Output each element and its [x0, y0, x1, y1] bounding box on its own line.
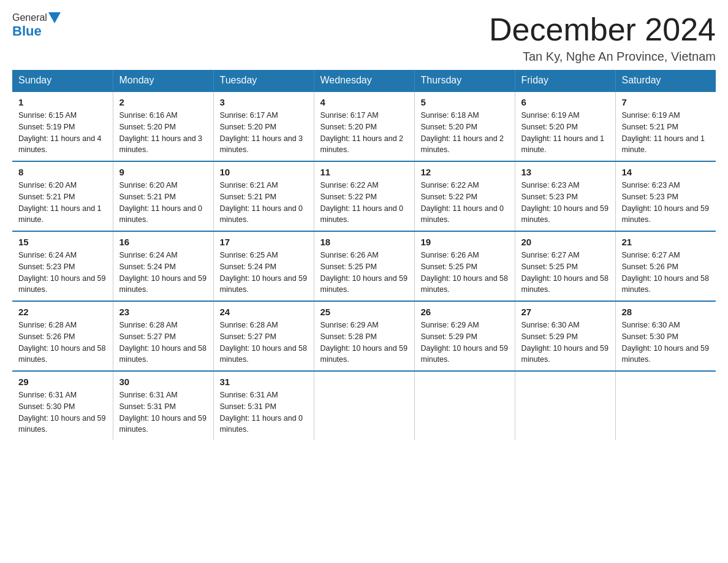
- calendar-week-5: 29Sunrise: 6:31 AMSunset: 5:30 PMDayligh…: [12, 371, 716, 440]
- weekday-row: SundayMondayTuesdayWednesdayThursdayFrid…: [12, 70, 716, 91]
- calendar-cell: 20Sunrise: 6:27 AMSunset: 5:25 PMDayligh…: [515, 231, 615, 301]
- day-number: 9: [119, 167, 207, 177]
- weekday-header-wednesday: Wednesday: [314, 70, 414, 91]
- day-info: Sunrise: 6:29 AMSunset: 5:29 PMDaylight:…: [421, 320, 509, 366]
- day-number: 27: [521, 307, 609, 317]
- weekday-header-monday: Monday: [113, 70, 213, 91]
- day-number: 18: [320, 237, 408, 247]
- day-number: 31: [220, 377, 308, 387]
- day-number: 16: [119, 237, 207, 247]
- day-info: Sunrise: 6:17 AMSunset: 5:20 PMDaylight:…: [320, 110, 408, 156]
- day-info: Sunrise: 6:19 AMSunset: 5:20 PMDaylight:…: [521, 110, 609, 156]
- day-number: 10: [220, 167, 308, 177]
- location-label: Tan Ky, Nghe An Province, Vietnam: [489, 50, 716, 64]
- calendar-cell: 22Sunrise: 6:28 AMSunset: 5:26 PMDayligh…: [12, 301, 113, 371]
- day-info: Sunrise: 6:24 AMSunset: 5:24 PMDaylight:…: [119, 250, 207, 296]
- calendar-week-1: 1Sunrise: 6:15 AMSunset: 5:19 PMDaylight…: [12, 91, 716, 161]
- calendar-cell: 7Sunrise: 6:19 AMSunset: 5:21 PMDaylight…: [615, 91, 716, 161]
- calendar-cell: 1Sunrise: 6:15 AMSunset: 5:19 PMDaylight…: [12, 91, 113, 161]
- day-number: 3: [220, 97, 308, 107]
- calendar-cell: 26Sunrise: 6:29 AMSunset: 5:29 PMDayligh…: [414, 301, 515, 371]
- day-number: 19: [421, 237, 509, 247]
- day-info: Sunrise: 6:22 AMSunset: 5:22 PMDaylight:…: [421, 180, 509, 226]
- calendar-cell: 12Sunrise: 6:22 AMSunset: 5:22 PMDayligh…: [414, 161, 515, 231]
- calendar-cell: 24Sunrise: 6:28 AMSunset: 5:27 PMDayligh…: [213, 301, 314, 371]
- day-number: 29: [18, 377, 107, 387]
- day-number: 17: [220, 237, 308, 247]
- calendar-cell: 29Sunrise: 6:31 AMSunset: 5:30 PMDayligh…: [12, 371, 113, 440]
- calendar-cell: 16Sunrise: 6:24 AMSunset: 5:24 PMDayligh…: [113, 231, 213, 301]
- day-info: Sunrise: 6:27 AMSunset: 5:25 PMDaylight:…: [521, 250, 609, 296]
- title-section: December 2024 Tan Ky, Nghe An Province, …: [489, 12, 716, 64]
- day-number: 21: [622, 237, 710, 247]
- calendar-cell: [515, 371, 615, 440]
- day-number: 7: [622, 97, 710, 107]
- weekday-header-tuesday: Tuesday: [213, 70, 314, 91]
- day-number: 28: [622, 307, 710, 317]
- day-info: Sunrise: 6:31 AMSunset: 5:31 PMDaylight:…: [119, 389, 207, 435]
- calendar-cell: 9Sunrise: 6:20 AMSunset: 5:21 PMDaylight…: [113, 161, 213, 231]
- calendar-cell: 14Sunrise: 6:23 AMSunset: 5:23 PMDayligh…: [615, 161, 716, 231]
- month-title: December 2024: [489, 12, 716, 47]
- day-info: Sunrise: 6:23 AMSunset: 5:23 PMDaylight:…: [521, 180, 609, 226]
- weekday-header-saturday: Saturday: [615, 70, 716, 91]
- day-info: Sunrise: 6:28 AMSunset: 5:26 PMDaylight:…: [18, 320, 107, 366]
- day-info: Sunrise: 6:26 AMSunset: 5:25 PMDaylight:…: [320, 250, 408, 296]
- calendar-header: SundayMondayTuesdayWednesdayThursdayFrid…: [12, 70, 716, 91]
- day-number: 15: [18, 237, 107, 247]
- day-info: Sunrise: 6:23 AMSunset: 5:23 PMDaylight:…: [622, 180, 710, 226]
- day-info: Sunrise: 6:22 AMSunset: 5:22 PMDaylight:…: [320, 180, 408, 226]
- day-number: 8: [18, 167, 107, 177]
- weekday-header-thursday: Thursday: [414, 70, 515, 91]
- calendar-cell: 8Sunrise: 6:20 AMSunset: 5:21 PMDaylight…: [12, 161, 113, 231]
- day-number: 4: [320, 97, 408, 107]
- day-info: Sunrise: 6:16 AMSunset: 5:20 PMDaylight:…: [119, 110, 207, 156]
- day-info: Sunrise: 6:28 AMSunset: 5:27 PMDaylight:…: [119, 320, 207, 366]
- calendar-cell: 15Sunrise: 6:24 AMSunset: 5:23 PMDayligh…: [12, 231, 113, 301]
- calendar-cell: 25Sunrise: 6:29 AMSunset: 5:28 PMDayligh…: [314, 301, 414, 371]
- day-info: Sunrise: 6:20 AMSunset: 5:21 PMDaylight:…: [119, 180, 207, 226]
- day-info: Sunrise: 6:17 AMSunset: 5:20 PMDaylight:…: [220, 110, 308, 156]
- calendar-cell: 5Sunrise: 6:18 AMSunset: 5:20 PMDaylight…: [414, 91, 515, 161]
- calendar-cell: 31Sunrise: 6:31 AMSunset: 5:31 PMDayligh…: [213, 371, 314, 440]
- calendar-cell: 28Sunrise: 6:30 AMSunset: 5:30 PMDayligh…: [615, 301, 716, 371]
- day-number: 25: [320, 307, 408, 317]
- calendar-cell: 6Sunrise: 6:19 AMSunset: 5:20 PMDaylight…: [515, 91, 615, 161]
- day-info: Sunrise: 6:15 AMSunset: 5:19 PMDaylight:…: [18, 110, 107, 156]
- calendar-cell: 11Sunrise: 6:22 AMSunset: 5:22 PMDayligh…: [314, 161, 414, 231]
- weekday-header-friday: Friday: [515, 70, 615, 91]
- day-info: Sunrise: 6:18 AMSunset: 5:20 PMDaylight:…: [421, 110, 509, 156]
- calendar-cell: [414, 371, 515, 440]
- day-number: 2: [119, 97, 207, 107]
- day-info: Sunrise: 6:27 AMSunset: 5:26 PMDaylight:…: [622, 250, 710, 296]
- calendar-cell: 27Sunrise: 6:30 AMSunset: 5:29 PMDayligh…: [515, 301, 615, 371]
- calendar-table: SundayMondayTuesdayWednesdayThursdayFrid…: [12, 70, 716, 440]
- day-number: 14: [622, 167, 710, 177]
- calendar-cell: [314, 371, 414, 440]
- logo: General Blue: [12, 12, 62, 39]
- calendar-cell: 3Sunrise: 6:17 AMSunset: 5:20 PMDaylight…: [213, 91, 314, 161]
- calendar-cell: 18Sunrise: 6:26 AMSunset: 5:25 PMDayligh…: [314, 231, 414, 301]
- day-info: Sunrise: 6:31 AMSunset: 5:30 PMDaylight:…: [18, 389, 107, 435]
- day-info: Sunrise: 6:30 AMSunset: 5:30 PMDaylight:…: [622, 320, 710, 366]
- day-info: Sunrise: 6:20 AMSunset: 5:21 PMDaylight:…: [18, 180, 107, 226]
- day-info: Sunrise: 6:31 AMSunset: 5:31 PMDaylight:…: [220, 389, 308, 435]
- calendar-week-3: 15Sunrise: 6:24 AMSunset: 5:23 PMDayligh…: [12, 231, 716, 301]
- day-number: 12: [421, 167, 509, 177]
- day-number: 6: [521, 97, 609, 107]
- day-number: 5: [421, 97, 509, 107]
- calendar-cell: 10Sunrise: 6:21 AMSunset: 5:21 PMDayligh…: [213, 161, 314, 231]
- calendar-body: 1Sunrise: 6:15 AMSunset: 5:19 PMDaylight…: [12, 91, 716, 440]
- day-info: Sunrise: 6:24 AMSunset: 5:23 PMDaylight:…: [18, 250, 107, 296]
- day-info: Sunrise: 6:30 AMSunset: 5:29 PMDaylight:…: [521, 320, 609, 366]
- calendar-cell: 19Sunrise: 6:26 AMSunset: 5:25 PMDayligh…: [414, 231, 515, 301]
- calendar-cell: 17Sunrise: 6:25 AMSunset: 5:24 PMDayligh…: [213, 231, 314, 301]
- day-number: 20: [521, 237, 609, 247]
- calendar-cell: 2Sunrise: 6:16 AMSunset: 5:20 PMDaylight…: [113, 91, 213, 161]
- day-number: 22: [18, 307, 107, 317]
- logo-blue-text: Blue: [12, 23, 42, 39]
- day-info: Sunrise: 6:21 AMSunset: 5:21 PMDaylight:…: [220, 180, 308, 226]
- calendar-cell: 30Sunrise: 6:31 AMSunset: 5:31 PMDayligh…: [113, 371, 213, 440]
- logo-triangle-icon: [48, 12, 61, 23]
- day-info: Sunrise: 6:28 AMSunset: 5:27 PMDaylight:…: [220, 320, 308, 366]
